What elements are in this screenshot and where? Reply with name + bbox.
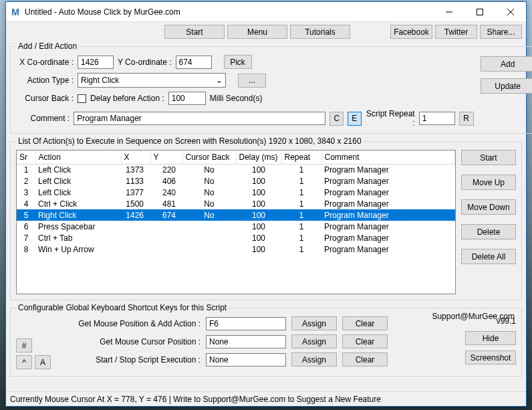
table-row[interactable]: 1Left Click1373220No1001Program Manager — [17, 164, 455, 175]
a-button[interactable]: A — [35, 355, 51, 369]
share-button[interactable]: Share... — [480, 25, 522, 39]
comment-c-toggle[interactable]: C — [329, 112, 344, 126]
table-row[interactable]: 4Ctrl + Click1500481No1001Program Manage… — [17, 198, 455, 209]
move-up-button[interactable]: Move Up — [461, 175, 516, 190]
action-list-table[interactable]: Sr Action X Y Cursor Back Delay (ms) Rep… — [16, 150, 456, 294]
col-cursor[interactable]: Cursor Back — [182, 150, 236, 164]
delay-input[interactable] — [168, 92, 206, 105]
table-row[interactable]: 7Ctrl + Tab1001Program Manager — [17, 232, 455, 243]
action-type-label: Action Type : — [16, 76, 74, 85]
titlebar[interactable]: M Untitled - Auto Mouse Click by MurGee.… — [6, 2, 526, 22]
delay-unit-label: Milli Second(s) — [210, 94, 263, 103]
shortcut-input-2[interactable] — [206, 353, 286, 367]
shortcut-input-1[interactable] — [206, 335, 286, 348]
clear-button[interactable]: Clear — [342, 316, 388, 330]
hide-button[interactable]: Hide — [465, 331, 516, 345]
script-repeat-label: Script Repeat : — [366, 109, 415, 128]
top-button-row: Start Menu Tutorials Facebook Twitter Sh… — [10, 23, 522, 41]
shortcuts-group: Configurable Global Keyboard Shortcut Ke… — [10, 303, 522, 377]
status-text: Currently Mouse Cursor At X = 778, Y = 4… — [10, 395, 381, 404]
move-down-button[interactable]: Move Down — [461, 199, 516, 215]
table-row[interactable]: 3Left Click1377240No1001Program Manager — [17, 187, 455, 198]
clear-button[interactable]: Clear — [342, 352, 388, 367]
caret-button[interactable]: ^ — [16, 355, 32, 369]
table-row[interactable]: 8Win + Up Arrow1001Program Manager — [17, 243, 455, 255]
action-type-select[interactable]: Right Click ⌄ — [78, 73, 226, 88]
script-repeat-input[interactable] — [419, 112, 455, 125]
action-options-button[interactable]: ... — [238, 74, 266, 88]
svg-rect-1 — [477, 9, 483, 15]
app-window: M Untitled - Auto Mouse Click by MurGee.… — [5, 1, 527, 407]
col-y[interactable]: Y — [150, 150, 182, 164]
x-coord-label: X Co-ordinate : — [16, 58, 74, 67]
shortcut-input-0[interactable] — [206, 317, 286, 330]
col-x[interactable]: X — [121, 150, 150, 164]
table-row[interactable]: 5Right Click1426674No1001Program Manager — [17, 209, 455, 221]
assign-button[interactable]: Assign — [291, 352, 337, 367]
y-coord-label: Y Co-ordinate : — [118, 58, 172, 67]
shortcut-label: Get Mouse Cursor Position : — [53, 337, 201, 346]
table-row[interactable]: 2Left Click1133406No1001Program Manager — [17, 175, 455, 187]
comment-input[interactable] — [74, 112, 325, 125]
col-repeat[interactable]: Repeat — [281, 150, 321, 164]
col-comment[interactable]: Comment — [321, 150, 455, 164]
chevron-down-icon: ⌄ — [216, 76, 223, 85]
list-start-button[interactable]: Start — [461, 150, 516, 165]
pick-button[interactable]: Pick — [224, 55, 252, 69]
support-link[interactable]: Support@MurGee.com — [432, 312, 515, 321]
cursor-back-checkbox[interactable] — [78, 94, 86, 103]
col-delay[interactable]: Delay (ms) — [236, 150, 281, 164]
y-coord-input[interactable] — [176, 56, 212, 69]
shortcut-label: Start / Stop Script Execution : — [53, 355, 201, 365]
action-list-group: List Of Action(s) to Execute in Sequence… — [10, 136, 522, 300]
script-repeat-r-button[interactable]: R — [459, 112, 474, 126]
hash-button[interactable]: # — [16, 338, 32, 352]
shortcut-label: Get Mouse Position & Add Action : — [53, 319, 201, 328]
delete-button[interactable]: Delete — [461, 224, 516, 239]
facebook-button[interactable]: Facebook — [390, 25, 432, 39]
delay-label: Delay before Action : — [90, 94, 164, 103]
tutorials-button[interactable]: Tutorials — [290, 25, 350, 39]
col-action[interactable]: Action — [35, 150, 121, 164]
window-title: Untitled - Auto Mouse Click by MurGee.co… — [25, 7, 434, 17]
col-sr[interactable]: Sr — [17, 150, 35, 164]
update-button[interactable]: Update — [481, 78, 532, 94]
add-button[interactable]: Add — [481, 56, 532, 72]
action-type-value: Right Click — [81, 76, 119, 85]
assign-button[interactable]: Assign — [291, 316, 337, 330]
comment-e-toggle[interactable]: E — [348, 112, 362, 126]
delete-all-button[interactable]: Delete All — [461, 249, 516, 264]
status-bar: Currently Mouse Cursor At X = 778, Y = 4… — [6, 391, 526, 406]
maximize-button[interactable] — [464, 2, 495, 22]
start-button[interactable]: Start — [164, 25, 225, 39]
cursor-back-label: Cursor Back : — [16, 94, 74, 103]
table-row[interactable]: 6Press Spacebar1001Program Manager — [17, 221, 455, 232]
minimize-button[interactable] — [434, 2, 464, 22]
shortcuts-legend: Configurable Global Keyboard Shortcut Ke… — [16, 303, 229, 312]
screenshot-button[interactable]: Screenshot — [465, 350, 516, 365]
add-edit-legend: Add / Edit Action — [16, 41, 79, 51]
content-area: Start Menu Tutorials Facebook Twitter Sh… — [6, 22, 526, 391]
close-button[interactable] — [495, 2, 526, 22]
assign-button[interactable]: Assign — [291, 334, 337, 348]
x-coord-input[interactable] — [78, 56, 114, 69]
menu-button[interactable]: Menu — [227, 25, 287, 39]
action-list-legend: List Of Action(s) to Execute in Sequence… — [16, 136, 364, 146]
comment-label: Comment : — [16, 114, 70, 123]
twitter-button[interactable]: Twitter — [435, 25, 477, 39]
app-logo-icon: M — [10, 7, 21, 17]
clear-button[interactable]: Clear — [342, 334, 388, 348]
add-edit-group: Add / Edit Action X Co-ordinate : Y Co-o… — [10, 41, 532, 134]
